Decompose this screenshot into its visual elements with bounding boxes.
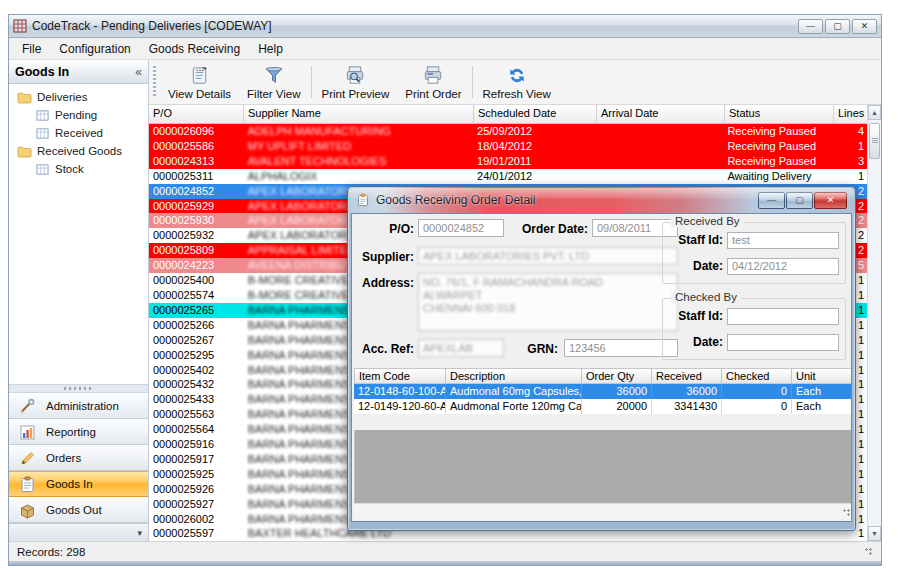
resize-grip-icon[interactable]	[865, 548, 873, 556]
toolbar-label: Print Order	[405, 88, 461, 100]
toolbar-label: Filter View	[247, 88, 300, 100]
cell-status: Receiving Paused	[723, 124, 832, 139]
close-button[interactable]: ✕	[852, 19, 877, 34]
refresh-view-button[interactable]: Refresh View	[475, 62, 559, 102]
cell-po: 0000025929	[149, 199, 244, 214]
nav-goods-out[interactable]: Goods Out	[9, 497, 148, 523]
minimize-button[interactable]: —	[798, 19, 823, 34]
desktop: CodeTrack - Pending Deliveries [CODEWAY]…	[0, 0, 900, 573]
menu-configuration[interactable]: Configuration	[50, 39, 139, 59]
cell-unit: Each	[792, 384, 852, 399]
checked-date-field[interactable]	[727, 334, 839, 351]
cell-lines: 3	[832, 154, 867, 169]
supplier-field[interactable]: APEX LABORATORIES PVT. LTD	[418, 247, 678, 265]
cell-scheduled-date: 25/09/2012	[473, 124, 596, 139]
menu-goods-receiving[interactable]: Goods Receiving	[140, 39, 249, 59]
nav-orders[interactable]: Orders	[9, 445, 148, 471]
item-column-item-code[interactable]: Item Code	[354, 368, 446, 384]
menu-help[interactable]: Help	[249, 39, 292, 59]
details-icon	[188, 64, 212, 87]
print-order-button[interactable]: Print Order	[397, 62, 469, 102]
checked-by-group: Checked By Staff Id: Date:	[662, 298, 846, 360]
vertical-scrollbar[interactable]: ▲ ▼	[867, 105, 881, 541]
nav-administration[interactable]: Administration	[9, 393, 148, 419]
cell-po: 0000025432	[149, 377, 244, 392]
chevron-down-icon[interactable]: ▾	[137, 528, 142, 538]
filter-icon	[262, 64, 286, 87]
column-header-po[interactable]: P/O	[149, 105, 244, 124]
refresh-icon	[505, 64, 529, 87]
print-preview-button[interactable]: Print Preview	[314, 62, 398, 102]
maximize-button[interactable]: ▢	[825, 19, 850, 34]
address-field[interactable]: NO. 76/1, F RAMACHANDRA ROADALWARPETCHEN…	[418, 273, 678, 331]
column-header-arrival-date[interactable]: Arrival Date	[597, 105, 725, 124]
nav-goods-in[interactable]: Goods In	[9, 471, 148, 497]
menu-file[interactable]: File	[13, 39, 50, 59]
item-column-unit[interactable]: Unit	[792, 368, 852, 384]
nav-reporting[interactable]: Reporting	[9, 419, 148, 445]
table-row[interactable]: 0000024313AVALENT TECHNOLOGIES19/01/2011…	[149, 154, 867, 169]
cell-status: Awaiting Delivery	[723, 169, 832, 184]
received-staff-id-field[interactable]: test	[727, 232, 839, 249]
dialog-maximize-button[interactable]: ▢	[786, 192, 813, 209]
po-field[interactable]: 0000024852	[418, 219, 504, 237]
cell-po: 0000025433	[149, 392, 244, 407]
tree-item-deliveries[interactable]: Deliveries	[11, 88, 146, 106]
received-date-field[interactable]: 04/12/2012	[727, 258, 839, 275]
item-column-order-qty[interactable]: Order Qty	[582, 368, 652, 384]
dialog-title: Goods Receiving Order Detail	[376, 193, 752, 207]
date-label: Date:	[665, 335, 723, 349]
table-row[interactable]: 0000026096ADELPH MANUFACTURING25/09/2012…	[149, 124, 867, 139]
table-row[interactable]: 0000025311ALPHALOGIX24/01/2012Awaiting D…	[149, 169, 867, 184]
item-column-description[interactable]: Description	[446, 368, 582, 384]
scroll-up-icon[interactable]: ▲	[868, 105, 881, 120]
column-header-status[interactable]: Status	[725, 105, 834, 124]
tree-item-pending[interactable]: Pending	[11, 106, 146, 124]
item-row[interactable]: 12-0149-120-60-AUDAudmonal Forte 120mg C…	[354, 399, 852, 414]
tree-item-stock[interactable]: Stock	[11, 160, 146, 178]
cell-po: 0000025930	[149, 213, 244, 228]
title-bar[interactable]: CodeTrack - Pending Deliveries [CODEWAY]…	[9, 15, 881, 38]
view-details-button[interactable]: View Details	[160, 62, 239, 102]
dialog-close-button[interactable]: ✕	[814, 192, 847, 209]
window-bottom-frame	[9, 561, 881, 565]
item-row[interactable]: 12-0148-60-100-AUDAudmonal 60mg Capsules…	[354, 384, 852, 399]
print-preview-icon	[343, 64, 367, 87]
tree-item-received[interactable]: Received	[11, 124, 146, 142]
nav-label: Administration	[46, 400, 119, 412]
checked-staff-id-field[interactable]	[727, 308, 839, 325]
date-label: Date:	[665, 259, 723, 273]
column-header-scheduled-date[interactable]: Scheduled Date	[474, 105, 597, 124]
scrollbar-thumb[interactable]	[869, 123, 880, 159]
po-label: P/O:	[360, 222, 414, 236]
dialog-minimize-button[interactable]: —	[758, 192, 785, 209]
cell-po: 0000024852	[149, 184, 244, 199]
cell-description: Audmonal Forte 120mg Capsul...	[446, 399, 582, 414]
nav-label: Reporting	[46, 426, 96, 438]
box-icon	[19, 502, 36, 519]
dialog-resize-grip-icon[interactable]	[843, 509, 851, 517]
table-icon	[35, 163, 50, 176]
filter-view-button[interactable]: Filter View	[239, 62, 308, 102]
table-row[interactable]: 0000025586MY UPLIFT LIMITED18/04/2012Rec…	[149, 139, 867, 154]
toolbar-grip[interactable]	[151, 66, 158, 98]
scroll-down-icon[interactable]: ▼	[868, 526, 881, 541]
column-header-lines[interactable]: Lines	[834, 105, 869, 124]
acc-ref-field[interactable]: APEXLAB	[418, 339, 504, 357]
grn-field[interactable]: 123456	[564, 339, 678, 357]
received-by-group: Received By Staff Id: test Date: 04/12/2…	[662, 222, 846, 284]
cell-scheduled-date: 19/01/2011	[473, 154, 596, 169]
item-column-checked[interactable]: Checked	[722, 368, 792, 384]
collapse-icon[interactable]: «	[135, 65, 142, 79]
cell-lines: 1	[832, 169, 867, 184]
app-icon	[13, 19, 27, 33]
sidebar-splitter[interactable]	[9, 384, 148, 393]
column-header-supplier-name[interactable]: Supplier Name	[244, 105, 474, 124]
dialog-title-bar[interactable]: Goods Receiving Order Detail — ▢ ✕	[348, 187, 855, 213]
table-icon	[35, 127, 50, 140]
tree-item-received-goods[interactable]: Received Goods	[11, 142, 146, 160]
item-column-received[interactable]: Received	[652, 368, 722, 384]
cell-checked: 0	[722, 384, 792, 399]
cell-description: Audmonal 60mg Capsules, Alv...	[446, 384, 582, 399]
dialog-body: P/O: 0000024852 Order Date: 09/08/2011 S…	[351, 213, 852, 522]
